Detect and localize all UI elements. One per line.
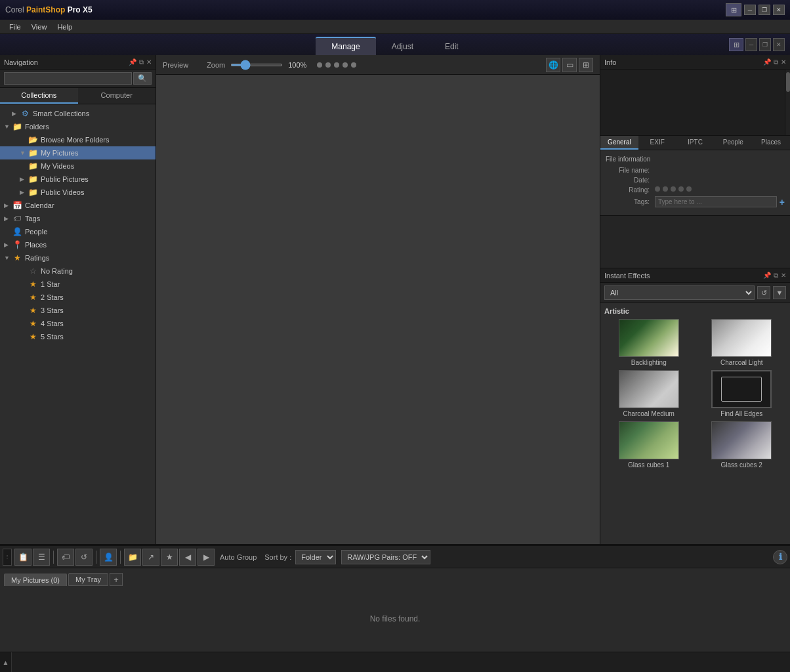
dot4[interactable]: [343, 62, 348, 68]
tree-item-places[interactable]: ▶ 📍 Places: [0, 238, 156, 251]
menu-file[interactable]: File: [4, 22, 26, 32]
tree-item-public-videos[interactable]: ▶ 📁 Public Videos: [0, 186, 156, 199]
restore-button[interactable]: ❐: [759, 5, 770, 15]
tray-tab-my-pictures[interactable]: My Pictures (0): [4, 574, 67, 586]
info-pin-icon[interactable]: 📌: [763, 58, 771, 66]
tree-item-my-pictures[interactable]: ▼ 📁 My Pictures: [0, 146, 156, 159]
tb-stack-btn[interactable]: 📋: [14, 549, 31, 566]
info-tab-general[interactable]: General: [600, 136, 638, 150]
app-wrapper: Corel PaintShop Pro X5 ⊞ ─ ❐ ✕ File View…: [0, 0, 790, 672]
tags-input[interactable]: [655, 196, 777, 207]
fx-item-backlighting[interactable]: Backlighting: [604, 319, 694, 366]
tb-close-icon[interactable]: ✕: [773, 38, 785, 51]
tree-item-public-pictures[interactable]: ▶ 📁 Public Pictures: [0, 173, 156, 186]
dot2[interactable]: [325, 62, 331, 68]
fx-pin-icon[interactable]: 📌: [763, 272, 771, 280]
tree-item-calendar[interactable]: ▶ 📅 Calendar: [0, 199, 156, 212]
fx-item-charcoal-light[interactable]: Charcoal Light: [697, 319, 787, 366]
preview-view-icon[interactable]: ▭: [562, 58, 577, 72]
fx-close-icon[interactable]: ✕: [781, 272, 786, 280]
info-scroll-bar[interactable]: [785, 70, 790, 135]
info-tab-exif[interactable]: EXIF: [638, 136, 676, 150]
rating-dot-2[interactable]: [663, 186, 668, 192]
tags-add-button[interactable]: +: [780, 197, 785, 207]
fx-item-glass2[interactable]: Glass cubes 2: [697, 421, 787, 469]
tb-list-btn[interactable]: ☰: [33, 549, 50, 566]
tree-item-tags[interactable]: ▶ 🏷 Tags: [0, 212, 156, 225]
tb-person-btn[interactable]: 👤: [100, 549, 117, 566]
expander-tags: ▶: [4, 215, 12, 222]
nav-close-icon[interactable]: ✕: [146, 58, 152, 66]
preview-grid-icon[interactable]: ⊞: [579, 58, 593, 72]
tb-grid-icon[interactable]: ⊞: [729, 38, 743, 51]
search-input[interactable]: [4, 72, 132, 85]
tree-item-2star[interactable]: ★ 2 Stars: [0, 291, 156, 304]
tb-tag-btn[interactable]: 🏷: [57, 549, 74, 566]
tb-star-btn[interactable]: ★: [161, 549, 178, 566]
dot5[interactable]: [351, 62, 356, 68]
fx-down-btn[interactable]: ▼: [773, 286, 786, 299]
fx-thumb-charcoal-light: [711, 319, 772, 357]
info-scroll-thumb[interactable]: [786, 72, 790, 92]
close-button[interactable]: ✕: [773, 5, 785, 15]
tree-item-no-rating[interactable]: ☆ No Rating: [0, 264, 156, 278]
tb-back-btn[interactable]: ◀: [179, 549, 196, 566]
sort-by-select[interactable]: Folder: [295, 550, 336, 564]
tb-rotate-btn[interactable]: ↺: [75, 549, 93, 566]
fx-item-find-all-edges[interactable]: Find All Edges: [697, 370, 787, 417]
rating-dot-3[interactable]: [671, 186, 676, 192]
menu-help[interactable]: Help: [52, 22, 77, 32]
tb-forward-btn[interactable]: ▶: [198, 549, 215, 566]
tb-folder-btn[interactable]: 📁: [124, 549, 141, 566]
rating-dot-4[interactable]: [678, 186, 684, 192]
preview-globe-icon[interactable]: 🌐: [546, 58, 560, 72]
tree-item-5star[interactable]: ★ 5 Stars: [0, 330, 156, 343]
tab-manage[interactable]: Manage: [316, 37, 375, 55]
info-close-icon[interactable]: ✕: [781, 58, 786, 66]
tree-item-browse-more[interactable]: 📂 Browse More Folders: [0, 133, 156, 146]
zoom-slider[interactable]: [230, 64, 283, 66]
nav-pin-icon[interactable]: 📌: [129, 58, 136, 66]
fx-float-icon[interactable]: ⧉: [774, 272, 778, 280]
tab-computer[interactable]: Computer: [78, 88, 156, 104]
grid-icon[interactable]: ⊞: [726, 3, 741, 16]
fx-scroll-area[interactable]: Artistic Backlighting Charcoal Light: [600, 303, 790, 544]
tree-item-ratings[interactable]: ▼ ★ Ratings: [0, 251, 156, 264]
rating-dot-5[interactable]: [686, 186, 692, 192]
dot1[interactable]: [317, 62, 322, 68]
organizer-chevron[interactable]: ▲: [3, 659, 9, 666]
tray-tab-my-tray[interactable]: My Tray: [68, 573, 108, 586]
tb-share-btn[interactable]: ↗: [142, 549, 159, 566]
minimize-button[interactable]: ─: [744, 5, 756, 15]
search-button[interactable]: 🔍: [133, 72, 152, 85]
info-circle-btn[interactable]: ℹ: [773, 550, 787, 564]
fx-filter-bar: AllArtisticClassicDistortionEdge ↺ ▼: [600, 283, 790, 303]
tree-item-3star[interactable]: ★ 3 Stars: [0, 304, 156, 317]
tray-add-button[interactable]: +: [110, 573, 123, 586]
fx-refresh-btn[interactable]: ↺: [757, 286, 770, 299]
tree-item-1star[interactable]: ★ 1 Star: [0, 278, 156, 291]
tree-item-people[interactable]: 👤 People: [0, 225, 156, 238]
tab-collections[interactable]: Collections: [0, 88, 78, 104]
tree-item-smart-collections[interactable]: ▶ ⚙ Smart Collections: [0, 107, 156, 120]
rating-label: Rating:: [606, 186, 655, 194]
menu-view[interactable]: View: [26, 22, 52, 32]
nav-float-icon[interactable]: ⧉: [139, 58, 144, 66]
rating-dot-1[interactable]: [655, 186, 660, 192]
info-tab-people[interactable]: People: [714, 136, 752, 150]
tab-adjust[interactable]: Adjust: [376, 38, 429, 55]
info-float-icon[interactable]: ⧉: [774, 58, 778, 66]
info-tab-places[interactable]: Places: [752, 136, 790, 150]
tab-edit[interactable]: Edit: [429, 38, 474, 55]
fx-filter-select[interactable]: AllArtisticClassicDistortionEdge: [604, 285, 755, 300]
raw-jpg-select[interactable]: RAW/JPG Pairs: OFF: [341, 550, 430, 564]
tb-minimize-icon[interactable]: ─: [745, 38, 757, 51]
tree-item-my-videos[interactable]: 📁 My Videos: [0, 159, 156, 173]
info-tab-iptc[interactable]: IPTC: [676, 136, 715, 150]
tree-item-4star[interactable]: ★ 4 Stars: [0, 317, 156, 330]
fx-item-charcoal-medium[interactable]: Charcoal Medium: [604, 370, 694, 417]
dot3[interactable]: [334, 62, 339, 68]
tree-item-folders[interactable]: ▼ 📁 Folders: [0, 120, 156, 133]
tb-restore-icon[interactable]: ❐: [759, 38, 771, 51]
fx-item-glass1[interactable]: Glass cubes 1: [604, 421, 694, 469]
